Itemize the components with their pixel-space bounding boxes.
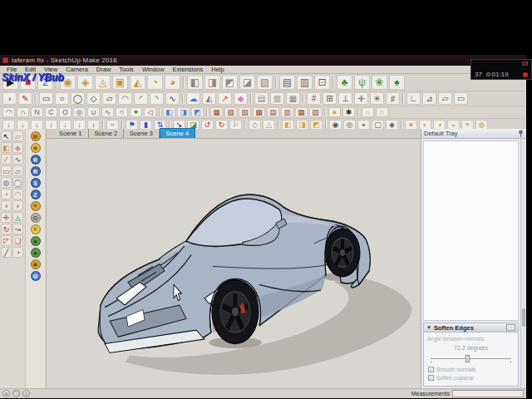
curve-cap-icon[interactable]: ∩ — [17, 107, 29, 117]
copy-array-icon[interactable]: ▥ — [270, 92, 284, 105]
measurements-input[interactable] — [452, 390, 524, 397]
stamp-icon[interactable]: ▣ — [112, 75, 128, 90]
construct-box-icon[interactable]: ▭ — [454, 92, 468, 105]
terrain-tool-7-icon[interactable]: ▦ — [295, 107, 308, 117]
curve-spiral-icon[interactable]: ◎ — [73, 107, 86, 117]
construct-plane-icon[interactable]: ▱ — [438, 92, 452, 105]
cloud-tool-icon[interactable]: ☁ — [186, 92, 200, 105]
copy-grid-icon[interactable]: ▦ — [286, 92, 300, 105]
construct-corner-icon[interactable]: ∟ — [406, 92, 421, 105]
cube-blue-3-icon[interactable]: ◩ — [191, 107, 204, 117]
grid-tool-icon[interactable]: # — [307, 92, 321, 105]
snap-star-icon[interactable]: ✳ — [370, 92, 384, 105]
tab-scene-4[interactable]: Scene 4 — [160, 128, 196, 138]
tray-header[interactable]: Default Tray — [421, 129, 526, 139]
coin-badge[interactable]: ◉ — [31, 143, 41, 153]
tag-badge[interactable]: ✦ — [31, 201, 41, 211]
scrollbar-thumb[interactable] — [522, 308, 525, 327]
copy-along-icon[interactable]: ▤ — [254, 92, 268, 105]
geolocation-icon[interactable]: ⊕ — [2, 390, 10, 397]
ellipse-icon[interactable]: ◯ — [71, 92, 85, 105]
flip-edge-icon[interactable]: ◕ — [165, 75, 180, 90]
medal-badge[interactable]: ◉ — [31, 259, 41, 269]
menu-tools[interactable]: Tools — [115, 66, 138, 73]
rock-tool-icon[interactable]: ▤ — [279, 75, 295, 90]
tree-badge-1[interactable]: ♣ — [31, 236, 41, 246]
hatch-icon[interactable]: ♯ — [386, 92, 400, 105]
cliff-tool-icon[interactable]: ▥ — [297, 75, 313, 90]
select-tool-icon[interactable]: ↖ — [1, 131, 12, 141]
boulder-tool-icon[interactable]: ⊡ — [314, 75, 330, 90]
tree-badge-2[interactable]: ♣ — [31, 248, 41, 258]
section-options-button[interactable]: ▫ — [506, 324, 515, 331]
grid-plane-icon[interactable]: ⊞ — [323, 92, 337, 105]
rectangle-tool-icon[interactable]: ▭ — [1, 165, 12, 176]
rotated-rectangle-icon[interactable]: ▱ — [12, 165, 23, 176]
pie-tool-icon[interactable]: ◔ — [1, 189, 12, 200]
terrain-tool-4-icon[interactable]: ▩ — [253, 107, 265, 117]
curve-n-icon[interactable]: N — [31, 107, 43, 117]
terrain-tool-2-icon[interactable]: ▧ — [224, 107, 237, 117]
model-canvas[interactable] — [47, 139, 421, 388]
curve-u-icon[interactable]: ∪ — [87, 107, 100, 117]
curve-star-icon[interactable]: ✦ — [130, 107, 142, 117]
tree-maker-icon[interactable]: ♣ — [337, 75, 352, 90]
menu-window[interactable]: Window — [138, 66, 169, 73]
circle-tool-icon[interactable]: ◍ — [1, 177, 12, 188]
menu-extensions[interactable]: Extensions — [169, 66, 208, 73]
paint-bucket-icon[interactable]: ◧ — [1, 142, 12, 153]
arc-tool-icon[interactable]: ◠ — [12, 189, 23, 200]
terrain-tool-6-icon[interactable]: ▥ — [281, 107, 293, 117]
terrain-tool-8-icon[interactable]: ▧ — [309, 107, 322, 117]
polygon-icon[interactable]: ◇ — [86, 92, 101, 105]
rectangle-icon[interactable]: ▭ — [39, 92, 53, 105]
circle-icon[interactable]: ○ — [55, 92, 69, 105]
arc2-tool-icon[interactable]: ◖ — [1, 200, 12, 211]
arc-3pt-icon[interactable]: ◝ — [150, 92, 164, 105]
axes-helper-icon[interactable]: ⊥ — [338, 92, 352, 105]
solid-split-icon[interactable]: ▧ — [257, 75, 273, 90]
drape-icon[interactable]: ◭ — [130, 75, 145, 90]
move-tool-icon[interactable]: ✛ — [1, 212, 12, 223]
menu-camera[interactable]: Camera — [62, 66, 92, 73]
polygon-tool-icon[interactable]: ◯ — [12, 177, 23, 188]
smoove-icon[interactable]: ◬ — [95, 75, 111, 90]
terrain-tool-3-icon[interactable]: ▨ — [239, 107, 251, 117]
tab-scene-2[interactable]: Scene 2 — [89, 129, 125, 138]
dim-arrow-icon[interactable]: ↗ — [218, 92, 232, 105]
arc-icon[interactable]: ◠ — [118, 92, 132, 105]
coin-tool-icon[interactable]: ● — [328, 107, 341, 117]
menu-help[interactable]: Help — [207, 66, 228, 73]
angle-slider[interactable] — [431, 354, 511, 364]
rotate-tool-icon[interactable]: ↻ — [1, 224, 12, 234]
terrain-tool-5-icon[interactable]: ▤ — [267, 107, 279, 117]
pin-icon[interactable] — [518, 130, 524, 137]
line-tool-icon[interactable]: ∕ — [1, 154, 12, 165]
pie2-tool-icon[interactable]: ◗ — [12, 200, 23, 211]
roof-builder-icon[interactable]: ⌂ — [376, 107, 388, 117]
sandbox-from-scratch-icon[interactable]: ◈ — [77, 75, 93, 90]
credits-icon[interactable]: ⓘ — [12, 390, 20, 397]
soften-coplanar-checkbox[interactable]: ✓ — [428, 375, 434, 381]
freehand-tool-icon[interactable]: ∿ — [12, 154, 23, 165]
sb-plugin-badge[interactable]: S — [31, 178, 41, 188]
z-plugin-badge[interactable]: Z — [31, 190, 41, 200]
parallelogram-icon[interactable]: ▱ — [102, 92, 116, 105]
curve-loop-icon[interactable]: ○ — [116, 107, 128, 117]
menu-draw[interactable]: Draw — [92, 66, 116, 73]
follow-me-icon[interactable]: ↝ — [12, 224, 23, 234]
offset-tool-icon[interactable]: ❏ — [12, 235, 23, 246]
tab-scene-1[interactable]: Scene 1 — [53, 129, 89, 138]
freehand-icon[interactable]: ∿ — [165, 92, 180, 105]
o-plugin-badge[interactable]: O — [31, 213, 41, 223]
tape-measure-icon[interactable]: ╱ — [1, 247, 12, 258]
tab-scene-3[interactable]: Scene 3 — [124, 129, 160, 138]
x-plugin-badge[interactable]: ✕ — [31, 224, 41, 234]
construct-tri-icon[interactable]: ⊿ — [422, 92, 436, 105]
smooth-normals-checkbox[interactable]: ✓ — [428, 367, 434, 372]
solid-subtract-icon[interactable]: ◨ — [204, 75, 220, 90]
curve-arch-icon[interactable]: ◠ — [2, 107, 15, 117]
scale-tool-icon[interactable]: ◸ — [1, 235, 12, 246]
bush-maker-icon[interactable]: ♠ — [389, 75, 405, 90]
rt-plugin-badge[interactable]: R — [31, 166, 41, 176]
